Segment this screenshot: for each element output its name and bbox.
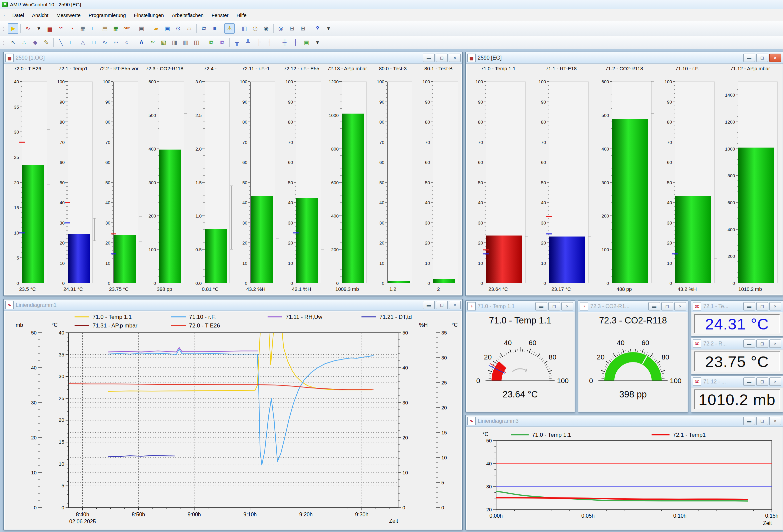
window-gauge-co2-titlebar[interactable]: ◔ 72.3 - CO2-R1... ▬ ◻ × (578, 301, 688, 312)
axis-major-tick (294, 223, 296, 223)
maximize-button[interactable]: ◻ (548, 302, 560, 310)
close-button[interactable]: × (769, 377, 781, 386)
copy-icon[interactable]: ⧉ (199, 23, 209, 34)
close-button[interactable]: × (769, 339, 781, 348)
close-button[interactable]: × (449, 54, 461, 62)
save-text-icon[interactable]: ≡ (210, 23, 220, 34)
minimize-button[interactable]: ▬ (743, 417, 755, 425)
close-button[interactable]: × (561, 302, 573, 310)
digital-display-3c-icon[interactable]: 3C (56, 23, 66, 34)
minimize-button[interactable]: ▬ (743, 54, 755, 62)
distribute-horizontal-icon[interactable]: ╫ (279, 37, 290, 47)
image-insert-icon[interactable]: ▧ (158, 37, 169, 47)
line-chart-icon[interactable]: ∿ (23, 23, 33, 34)
draw-polyline-icon[interactable]: ∟ (67, 37, 77, 47)
close-button[interactable]: × (769, 417, 781, 425)
minimize-button[interactable]: ▬ (648, 302, 660, 310)
image-frame-icon[interactable]: ◨ (169, 37, 180, 47)
toolbar2-overflow-icon[interactable]: ▾ (312, 37, 323, 47)
minimize-button[interactable]: ▬ (423, 54, 435, 62)
menu-item-messwerte[interactable]: Messwerte (52, 10, 85, 20)
close-button[interactable]: × (449, 301, 461, 309)
draw-freeform-icon[interactable]: ∾ (111, 37, 121, 47)
close-button[interactable]: × (674, 302, 686, 310)
maximize-button[interactable]: ◻ (756, 54, 768, 62)
maximize-button[interactable]: ◻ (756, 377, 768, 386)
app-titlebar[interactable]: AMR WinControl 10 - 2590 [EG] (0, 0, 783, 9)
chart-snapshot-icon[interactable]: ▥ (180, 37, 191, 47)
minimize-button[interactable]: ▬ (423, 301, 435, 309)
shape-tools-icon[interactable]: ◆ (30, 37, 40, 47)
print-icon[interactable]: ⊟ (287, 23, 297, 34)
module-icon[interactable]: ◧ (239, 23, 249, 34)
minimize-button[interactable]: ▬ (743, 339, 755, 348)
excel-export-icon[interactable]: ▦ (111, 23, 121, 34)
menu-item-arbeitsflchen[interactable]: Arbeitsflächen (168, 10, 208, 20)
window-liniendiagramm3-titlebar[interactable]: ∿ Liniendiagramm3 ▬ ◻ × (466, 415, 783, 427)
window-digital-722-titlebar[interactable]: 3C 72.2 - R... ▬ ◻ × (691, 338, 783, 350)
protocol-icon[interactable]: ▤ (100, 23, 110, 34)
sv2a-display-icon[interactable]: SV (147, 37, 158, 47)
maximize-button[interactable]: ◻ (436, 54, 448, 62)
window-liniendiagramm1-titlebar[interactable]: ∿ Liniendiagramm1 ▬ ◻ × (4, 299, 462, 311)
chart-dropdown-icon[interactable]: ▾ (34, 23, 44, 34)
xy-chart-icon[interactable]: ∟ (89, 23, 99, 34)
window-gauge-temp11-titlebar[interactable]: ◔ 71.0 - Temp 1.1 ▬ ◻ × (466, 301, 575, 312)
open-folder-icon[interactable]: ▰ (151, 23, 161, 34)
close-button[interactable]: × (769, 54, 781, 62)
zoom-search-icon[interactable]: ◎ (276, 23, 286, 34)
maximize-button[interactable]: ◻ (436, 301, 448, 309)
toolbar-overflow-icon[interactable]: ▾ (323, 23, 334, 34)
select-cursor-icon[interactable]: ↖ (8, 37, 18, 47)
start-icon[interactable]: ▶ (8, 23, 18, 34)
align-top-icon[interactable]: ╥ (232, 37, 242, 47)
node-editor-icon[interactable]: ∴ (19, 37, 29, 47)
print-preview-icon[interactable]: ⊞ (297, 23, 308, 34)
help-pointer-icon[interactable]: ? (312, 23, 323, 34)
align-left-icon[interactable]: ╞ (254, 37, 264, 47)
opc-icon[interactable]: OPC (122, 23, 132, 34)
device-icon[interactable]: ▣ (136, 23, 147, 34)
gauge-view-icon[interactable]: ◔ (67, 23, 77, 34)
minimize-button[interactable]: ▬ (743, 377, 755, 386)
save-search-icon[interactable]: ⊙ (173, 23, 183, 34)
align-right-icon[interactable]: ╡ (265, 37, 275, 47)
camera-icon[interactable]: ◉ (261, 23, 271, 34)
maximize-button[interactable]: ◻ (756, 417, 768, 425)
draw-triangle-icon[interactable]: △ (78, 37, 88, 47)
maximize-button[interactable]: ◻ (661, 302, 673, 310)
window-2590-eg-titlebar[interactable]: ▅ 2590 [EG] ▬ ◻ × (466, 52, 783, 64)
align-bottom-icon[interactable]: ╨ (243, 37, 253, 47)
save-icon[interactable]: ▣ (162, 23, 172, 34)
distribute-vertical-icon[interactable]: ╪ (290, 37, 301, 47)
alarm-bell-icon[interactable]: ⚠ (224, 23, 235, 34)
export-icon[interactable]: ▱ (184, 23, 194, 34)
draw-line-icon[interactable]: ╲ (56, 37, 66, 47)
draw-ellipse-icon[interactable]: ○ (122, 37, 132, 47)
pencil-icon[interactable]: ✎ (41, 37, 51, 47)
menu-item-fenster[interactable]: Fenster (208, 10, 233, 20)
maximize-button[interactable]: ◻ (756, 339, 768, 348)
close-button[interactable]: × (769, 302, 781, 310)
switch-control-icon[interactable]: ◫ (191, 37, 202, 47)
draw-curve-icon[interactable]: ∿ (100, 37, 110, 47)
window-2590-1og-titlebar[interactable]: ▅ 2590 [1.OG] ▬ ◻ × (4, 52, 462, 64)
ungroup-objects-icon[interactable]: ⧉ (217, 37, 227, 47)
center-object-icon[interactable]: ▣ (301, 37, 312, 47)
menu-item-hilfe[interactable]: Hilfe (232, 10, 250, 20)
maximize-button[interactable]: ◻ (756, 302, 768, 310)
minimize-button[interactable]: ▬ (743, 302, 755, 310)
menu-item-ansicht[interactable]: Ansicht (28, 10, 52, 20)
bar-chart-icon[interactable]: ▅ (45, 23, 55, 34)
window-digital-721-titlebar[interactable]: 3C 72.1 - Te... ▬ ◻ × (691, 301, 783, 312)
group-objects-icon[interactable]: ⧉ (206, 37, 216, 47)
menu-item-einstellungen[interactable]: Einstellungen (130, 10, 168, 20)
window-digital-7112-titlebar[interactable]: 3C 71.12 - ... ▬ ◻ × (691, 376, 783, 388)
menu-item-programmierung[interactable]: Programmierung (85, 10, 130, 20)
menu-item-datei[interactable]: Datei (8, 10, 28, 20)
table-view-icon[interactable]: ▦ (78, 23, 88, 34)
clock-icon[interactable]: ◷ (250, 23, 260, 34)
draw-rectangle-icon[interactable]: □ (89, 37, 99, 47)
minimize-button[interactable]: ▬ (535, 302, 547, 310)
text-tool-icon[interactable]: A (136, 37, 147, 47)
